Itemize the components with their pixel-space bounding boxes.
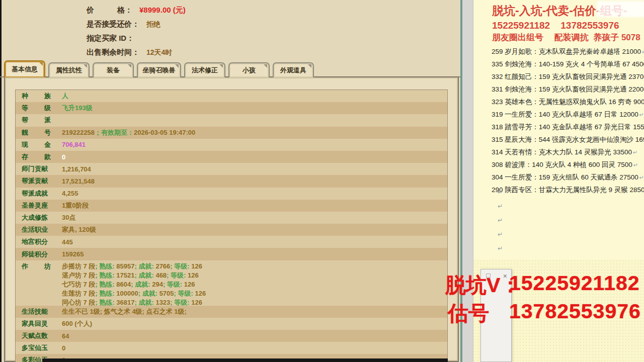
stat-label: ; 等级: <box>170 299 191 306</box>
stat-label: ; 成就: <box>138 290 159 297</box>
stat-label: ; 成就: <box>135 299 156 306</box>
row-value: 家具, 120级 <box>62 225 96 234</box>
sale-row-colon: ： <box>125 6 132 14</box>
value-part: 4,255 <box>62 190 78 197</box>
row-value: 1重0阶段 <box>62 201 89 210</box>
table-row: 生活职业家具, 120级 <box>16 224 447 236</box>
table-row: 地宫积分445 <box>16 236 447 248</box>
workshop-line: 同心坊 7 段; 熟练: 36817; 成就: 1323; 等级: 126 <box>62 298 206 307</box>
stat-label: ; 等级: <box>170 262 191 270</box>
listing-line: 335 剑烛沧海：140-159 克火 4 个号简单塔 67 4500↵ <box>492 58 644 70</box>
listing-text: 319 一生所爱：140 克火队卓越塔 67 日常 12000 <box>492 111 638 118</box>
workshop-line: 湛卢坊 7 段; 熟练: 17521; 成就: 468; 等级: 126 <box>62 271 206 280</box>
value-part: 600 (个人) <box>62 320 92 327</box>
sale-row: 指定买家 ID： <box>87 32 186 46</box>
stat-value: 468 <box>155 272 167 279</box>
tab-label: 外观道具 <box>280 66 306 75</box>
tab-坐骑召唤兽[interactable]: 坐骑召唤兽 <box>137 62 181 77</box>
tab-属性抗性[interactable]: 属性抗性 <box>48 62 90 77</box>
table-row: 帮派成就4,255 <box>16 188 447 200</box>
sale-row-label: 出售剩余时间 <box>87 48 132 56</box>
table-row: 等级飞升193级 <box>16 102 447 114</box>
table-row: 现金706,841 <box>16 139 447 151</box>
table-row: 种族人 <box>16 90 447 102</box>
tab-基本信息[interactable]: 基本信息 <box>4 60 45 77</box>
workshop-name: 生莲坊 7 段 <box>62 290 95 297</box>
row-label: 天赋点数 <box>22 331 51 340</box>
stat-label: ; 等级: <box>163 281 184 288</box>
listing-line: 332 红颜知己：159 克火队畜牧回灵满异光通 23700↵ <box>492 70 644 83</box>
row-value: 600 (个人) <box>62 319 92 328</box>
line-end-mark: ↵ <box>639 112 644 118</box>
table-row: 天赋点数64 <box>16 330 447 342</box>
value-part: 人 <box>62 92 68 100</box>
listing-line: 319 一生所爱：140 克火队卓越塔 67 日常 12000↵ <box>492 108 644 121</box>
tab-法术修正[interactable]: 法术修正 <box>184 62 225 77</box>
row-value: 17,521,548 <box>62 177 95 185</box>
listing-line: 304 一生所爱：159 克火组队 60 天赋通杀 27500↵ <box>492 171 644 184</box>
stat-value: 100000 <box>116 290 138 297</box>
sale-row-value: 拒绝 <box>146 20 160 28</box>
row-label: 师徒积分 <box>22 250 51 259</box>
stat-value: 2766 <box>155 262 170 270</box>
row-label: 圣兽灵座 <box>22 201 51 210</box>
account-listings: 259 岁月如歌：克木队双盘异光秦岭卓越塔 21000↵335 剑烛沧海：140… <box>492 45 644 196</box>
table-row: 师门贡献1,216,704 <box>16 163 447 175</box>
value-part: 1,216,704 <box>62 165 91 173</box>
tab-外观道具[interactable]: 外观道具 <box>273 62 314 77</box>
value-part: 飞升193级 <box>62 104 93 112</box>
table-row: 帮派 <box>16 114 447 126</box>
line-end-mark: ↵ <box>642 49 644 55</box>
listing-text: 315 星辰大海：544 强霹克水女龙画中仙浪淘沙 169000 <box>492 136 644 143</box>
table-row: 多宝仙玉0 <box>16 342 447 354</box>
row-value: 219222258；有效期至：2026-03-05 19:47:00 <box>62 128 195 137</box>
row-value: 706,841 <box>62 141 86 148</box>
stat-label: ; 熟练: <box>95 262 116 270</box>
workshop-name: 湛卢坊 7 段 <box>62 272 95 279</box>
stat-value: 1323 <box>155 299 170 306</box>
sale-info: 价格：¥8999.00 (元)是否接受还价：拒绝指定买家 ID：出售剩余时间：1… <box>87 4 186 60</box>
stat-value: 36817 <box>116 299 134 306</box>
tab-label: 小孩 <box>243 66 256 75</box>
row-label: 种族 <box>22 92 51 101</box>
stat-label: ; 成就: <box>135 272 156 279</box>
sale-row-colon: ： <box>132 20 139 28</box>
page-fold-icon <box>308 64 311 68</box>
value-part: 0 <box>62 153 65 161</box>
row-label: 现金 <box>22 140 51 149</box>
table-row: 师徒积分159265 <box>16 248 447 260</box>
paragraph-mark: ↵ <box>498 213 503 227</box>
tab-bar: 基本信息属性抗性装备坐骑召唤兽法术修正小孩外观道具 <box>4 59 317 77</box>
seller-phones: 15225921182 13782553976 <box>492 20 619 31</box>
sale-row: 出售剩余时间：12天4时 <box>87 46 186 60</box>
overlay-estimate-number: 13782553976 <box>509 300 641 323</box>
workshop-name: 步摇坊 7 段 <box>62 262 95 270</box>
listing-text: 304 一生所爱：159 克火组队 60 天赋通杀 27500 <box>492 173 638 181</box>
stat-value: 17521 <box>116 272 134 279</box>
row-label: 作坊 <box>22 262 51 271</box>
sale-row-label: 是否接受还价 <box>87 20 132 28</box>
stat-value: 8604 <box>116 281 131 288</box>
character-panel: 种族人等级飞升193级帮派靓号219222258；有效期至：2026-03-05… <box>4 76 459 362</box>
tab-小孩[interactable]: 小孩 <box>228 62 270 77</box>
tab-装备[interactable]: 装备 <box>93 62 134 77</box>
tab-label: 坐骑召唤兽 <box>143 66 176 75</box>
seller-services: 朋友圈出组号 配装调抗 养孩子 5078 <box>492 32 640 43</box>
stat-value: 126 <box>188 272 199 279</box>
window-left-edge <box>0 0 2 362</box>
table-row: 靓号219222258；有效期至：2026-03-05 19:47:00 <box>16 127 447 139</box>
row-value: 生生不已 1级; 炼气之术 4级; 点石之术 1级; <box>62 307 187 316</box>
listing-text: 331 剑烛沧海：159 克火队畜牧回灵满异光通 22000 <box>492 85 644 93</box>
listing-text: 323 英雄本色：无属性魅惑双抽鬼火队 16 穷奇 90000 <box>492 98 644 106</box>
table-row: 圣兽灵座1重0阶段 <box>16 200 447 212</box>
workshop-line: 步摇坊 7 段; 熟练: 85957; 成就: 2766; 等级: 126 <box>62 262 206 271</box>
stat-label: ; 熟练: <box>95 281 116 288</box>
row-label: 帮派贡献 <box>22 176 51 186</box>
sale-row-value: ¥8999.00 (元) <box>139 6 186 14</box>
listing-text: 308 碧波潭：140 克火队 4 种植 600 回灵 7500 <box>492 161 632 168</box>
character-info-table: 种族人等级飞升193级帮派靓号219222258；有效期至：2026-03-05… <box>15 89 448 362</box>
stat-label: ; 成就: <box>131 281 152 288</box>
paragraph-mark: ↵ <box>498 227 503 241</box>
page-fold-icon <box>219 64 223 68</box>
row-label: 地宫积分 <box>22 237 51 246</box>
